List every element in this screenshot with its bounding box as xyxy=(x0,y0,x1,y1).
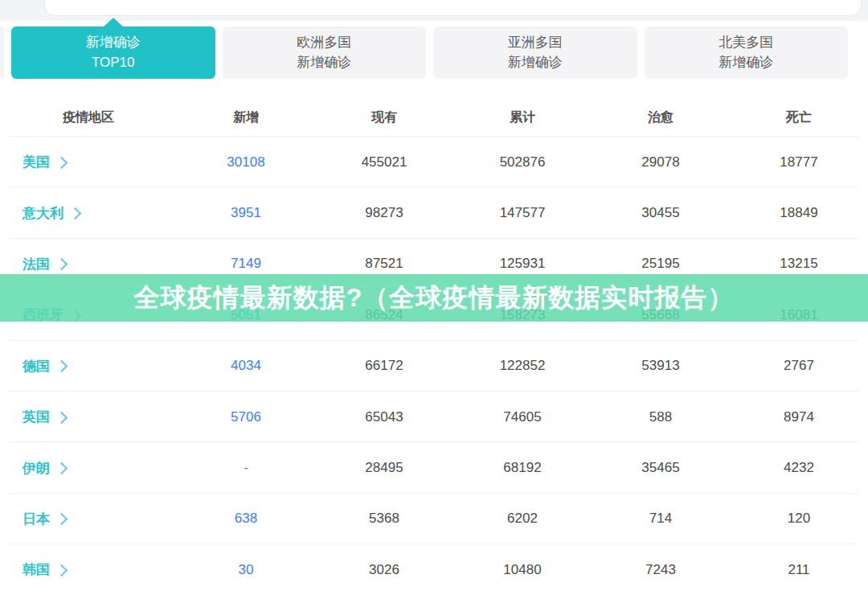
value-current: 65043 xyxy=(315,409,453,425)
covid-stats-table: 疫情地区新增现有累计治愈死亡 美国30108455021502876290781… xyxy=(0,98,868,595)
region-link[interactable]: 英国 xyxy=(0,408,177,426)
column-header-3: 累计 xyxy=(453,109,592,126)
column-header-1: 新增 xyxy=(177,109,315,126)
table-row: 韩国303026104807243211 xyxy=(0,544,868,595)
value-current: 66172 xyxy=(315,358,453,374)
value-deaths: 18777 xyxy=(730,154,868,170)
tab-label-line: 新增确诊 xyxy=(508,53,563,73)
value-cured: 30455 xyxy=(592,205,730,221)
value-new: 638 xyxy=(177,511,315,527)
value-deaths: 8974 xyxy=(730,409,868,425)
value-current: 5368 xyxy=(315,511,453,527)
title-banner-overlay: 全球疫情最新数据?（全球疫情最新数据实时报告） xyxy=(0,274,868,322)
region-name: 意大利 xyxy=(23,204,63,223)
tab-label-line: 新增确诊 xyxy=(719,53,773,73)
region-link[interactable]: 伊朗 xyxy=(0,459,177,478)
table-row: 英国570665043746055888974 xyxy=(0,392,868,442)
value-cured: 588 xyxy=(592,409,730,425)
value-cured: 25195 xyxy=(592,256,730,272)
value-new: - xyxy=(177,460,315,476)
region-link[interactable]: 意大利 xyxy=(0,204,177,223)
column-header-0: 疫情地区 xyxy=(0,109,177,126)
table-row: 德国403466172122852539132767 xyxy=(0,341,868,392)
chevron-right-icon xyxy=(55,411,68,424)
region-link[interactable]: 德国 xyxy=(0,357,177,375)
region-name: 伊朗 xyxy=(23,459,50,478)
value-total: 68192 xyxy=(453,460,592,476)
value-cured: 53913 xyxy=(592,358,730,374)
value-current: 28495 xyxy=(315,460,453,476)
value-deaths: 13215 xyxy=(730,256,868,272)
region-link[interactable]: 法国 xyxy=(0,255,177,273)
tab-label-line: 亚洲多国 xyxy=(508,33,563,53)
chevron-right-icon xyxy=(69,207,82,220)
chevron-right-icon xyxy=(55,513,68,526)
top-page-strip xyxy=(0,0,868,21)
region-name: 英国 xyxy=(23,408,50,426)
value-current: 3026 xyxy=(315,562,453,578)
previous-card-edge xyxy=(44,0,862,16)
table-row: 美国301084550215028762907818777 xyxy=(0,137,868,187)
value-total: 125931 xyxy=(453,256,592,272)
tab-item-1[interactable]: 欧洲多国新增确诊 xyxy=(223,27,427,79)
value-total: 10480 xyxy=(453,562,592,578)
region-name: 法国 xyxy=(23,255,50,273)
value-cured: 7243 xyxy=(592,562,730,578)
tab-label-line: 新增确诊 xyxy=(297,53,351,73)
region-name: 日本 xyxy=(23,510,50,528)
column-header-2: 现有 xyxy=(315,109,453,126)
region-link[interactable]: 日本 xyxy=(0,510,177,528)
region-name: 韩国 xyxy=(23,560,50,579)
value-new: 5706 xyxy=(177,409,315,425)
region-name: 德国 xyxy=(23,357,50,375)
value-cured: 714 xyxy=(592,511,730,527)
table-row: 日本63853686202714120 xyxy=(0,494,868,544)
value-total: 122852 xyxy=(453,358,592,374)
chevron-right-icon xyxy=(55,360,68,373)
value-deaths: 211 xyxy=(730,562,868,578)
value-deaths: 18849 xyxy=(730,205,868,221)
value-deaths: 120 xyxy=(730,511,868,527)
value-total: 74605 xyxy=(453,409,592,425)
table-header-row: 疫情地区新增现有累计治愈死亡 xyxy=(0,98,868,137)
value-total: 147577 xyxy=(453,205,592,221)
region-name: 美国 xyxy=(23,153,50,171)
value-new: 4034 xyxy=(177,358,315,374)
value-new: 30 xyxy=(177,562,315,578)
value-current: 98273 xyxy=(315,205,453,221)
offscreen-tab-edge xyxy=(0,27,4,79)
tab-label-line: TOP10 xyxy=(92,53,135,73)
value-cured: 29078 xyxy=(592,154,730,170)
tab-label-line: 新增确诊 xyxy=(86,33,141,53)
table-row: 伊朗-2849568192354654232 xyxy=(0,442,868,493)
value-total: 6202 xyxy=(453,511,592,527)
value-new: 7149 xyxy=(177,256,315,272)
tab-item-2[interactable]: 亚洲多国新增确诊 xyxy=(433,27,637,79)
column-header-5: 死亡 xyxy=(730,109,868,126)
tab-label-line: 北美多国 xyxy=(719,33,773,53)
value-new: 3951 xyxy=(177,205,315,221)
value-current: 455021 xyxy=(315,154,453,170)
chevron-right-icon xyxy=(55,564,68,577)
value-current: 87521 xyxy=(315,256,453,272)
tab-label-line: 欧洲多国 xyxy=(297,33,351,53)
table-body: 美国301084550215028762907818777意大利39519827… xyxy=(0,137,868,595)
value-total: 502876 xyxy=(453,154,592,170)
region-link[interactable]: 韩国 xyxy=(0,560,177,579)
chevron-right-icon xyxy=(55,462,68,475)
value-deaths: 2767 xyxy=(730,358,868,374)
tab-item-3[interactable]: 北美多国新增确诊 xyxy=(645,27,849,79)
tab-bar: 新增确诊TOP10欧洲多国新增确诊亚洲多国新增确诊北美多国新增确诊 xyxy=(0,27,868,79)
banner-title: 全球疫情最新数据?（全球疫情最新数据实时报告） xyxy=(134,281,735,316)
chevron-right-icon xyxy=(55,258,68,271)
chevron-right-icon xyxy=(55,156,68,169)
value-cured: 35465 xyxy=(592,460,730,476)
tab-item-0[interactable]: 新增确诊TOP10 xyxy=(11,27,215,79)
region-link[interactable]: 美国 xyxy=(0,153,177,171)
value-deaths: 4232 xyxy=(730,460,868,476)
column-header-4: 治愈 xyxy=(592,109,730,126)
table-row: 意大利3951982731475773045518849 xyxy=(0,187,868,238)
value-new: 30108 xyxy=(177,154,315,170)
